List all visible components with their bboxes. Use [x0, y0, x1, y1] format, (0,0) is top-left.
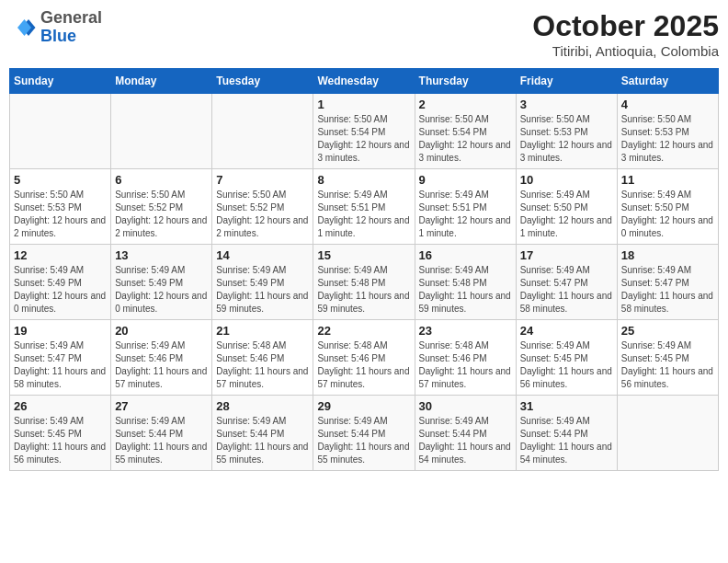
calendar-cell: 12Sunrise: 5:49 AM Sunset: 5:49 PM Dayli…	[10, 245, 111, 320]
cell-sun-info: Sunrise: 5:49 AM Sunset: 5:44 PM Dayligh…	[216, 415, 309, 466]
day-number: 2	[419, 98, 512, 111]
cell-sun-info: Sunrise: 5:49 AM Sunset: 5:47 PM Dayligh…	[14, 339, 107, 391]
calendar-cell: 19Sunrise: 5:49 AM Sunset: 5:47 PM Dayli…	[10, 320, 111, 396]
day-number: 12	[14, 248, 107, 262]
calendar-cell: 26Sunrise: 5:49 AM Sunset: 5:45 PM Dayli…	[10, 396, 111, 471]
calendar-cell: 2Sunrise: 5:50 AM Sunset: 5:54 PM Daylig…	[415, 94, 516, 169]
cell-sun-info: Sunrise: 5:49 AM Sunset: 5:47 PM Dayligh…	[621, 264, 714, 316]
cell-sun-info: Sunrise: 5:49 AM Sunset: 5:45 PM Dayligh…	[621, 339, 714, 391]
calendar-cell: 14Sunrise: 5:49 AM Sunset: 5:49 PM Dayli…	[212, 245, 313, 320]
calendar-week-5: 26Sunrise: 5:49 AM Sunset: 5:45 PM Dayli…	[10, 396, 719, 471]
logo-general-text: General	[40, 9, 102, 28]
day-number: 25	[621, 324, 714, 338]
cell-sun-info: Sunrise: 5:50 AM Sunset: 5:53 PM Dayligh…	[520, 113, 613, 165]
day-number: 18	[621, 248, 714, 262]
cell-sun-info: Sunrise: 5:48 AM Sunset: 5:46 PM Dayligh…	[317, 339, 410, 391]
calendar-cell: 29Sunrise: 5:49 AM Sunset: 5:44 PM Dayli…	[313, 396, 415, 471]
header-thursday: Thursday	[415, 69, 516, 94]
day-number: 27	[115, 399, 208, 413]
cell-sun-info: Sunrise: 5:49 AM Sunset: 5:47 PM Dayligh…	[520, 264, 613, 316]
calendar-cell: 1Sunrise: 5:50 AM Sunset: 5:54 PM Daylig…	[313, 94, 415, 169]
calendar-week-1: 1Sunrise: 5:50 AM Sunset: 5:54 PM Daylig…	[10, 94, 719, 169]
cell-sun-info: Sunrise: 5:49 AM Sunset: 5:45 PM Dayligh…	[520, 339, 613, 391]
cell-sun-info: Sunrise: 5:49 AM Sunset: 5:48 PM Dayligh…	[419, 264, 512, 316]
cell-sun-info: Sunrise: 5:48 AM Sunset: 5:46 PM Dayligh…	[216, 339, 309, 391]
calendar-cell: 21Sunrise: 5:48 AM Sunset: 5:46 PM Dayli…	[212, 320, 313, 396]
day-number: 22	[317, 324, 410, 338]
calendar-cell: 13Sunrise: 5:49 AM Sunset: 5:49 PM Dayli…	[111, 245, 212, 320]
day-number: 31	[520, 399, 613, 413]
cell-sun-info: Sunrise: 5:49 AM Sunset: 5:44 PM Dayligh…	[520, 415, 613, 466]
day-number: 26	[14, 399, 107, 413]
day-number: 13	[115, 248, 208, 262]
calendar-cell: 25Sunrise: 5:49 AM Sunset: 5:45 PM Dayli…	[617, 320, 718, 396]
calendar-cell	[617, 396, 718, 471]
calendar-week-2: 5Sunrise: 5:50 AM Sunset: 5:53 PM Daylig…	[10, 169, 719, 245]
day-number: 1	[317, 98, 410, 111]
cell-sun-info: Sunrise: 5:48 AM Sunset: 5:46 PM Dayligh…	[419, 339, 512, 391]
day-number: 20	[115, 324, 208, 338]
logo-icon	[9, 14, 37, 41]
location-subtitle: Titiribi, Antioquia, Colombia	[532, 43, 719, 59]
calendar-cell: 22Sunrise: 5:48 AM Sunset: 5:46 PM Dayli…	[313, 320, 415, 396]
cell-sun-info: Sunrise: 5:49 AM Sunset: 5:49 PM Dayligh…	[115, 264, 208, 316]
calendar-cell: 3Sunrise: 5:50 AM Sunset: 5:53 PM Daylig…	[516, 94, 617, 169]
day-number: 19	[14, 324, 107, 338]
day-number: 17	[520, 248, 613, 262]
calendar-cell: 27Sunrise: 5:49 AM Sunset: 5:44 PM Dayli…	[111, 396, 212, 471]
cell-sun-info: Sunrise: 5:50 AM Sunset: 5:52 PM Dayligh…	[115, 189, 208, 240]
calendar-cell: 4Sunrise: 5:50 AM Sunset: 5:53 PM Daylig…	[617, 94, 718, 169]
cell-sun-info: Sunrise: 5:49 AM Sunset: 5:50 PM Dayligh…	[520, 189, 613, 240]
day-number: 16	[419, 248, 512, 262]
day-number: 29	[317, 399, 410, 413]
calendar-cell: 30Sunrise: 5:49 AM Sunset: 5:44 PM Dayli…	[415, 396, 516, 471]
calendar-cell: 5Sunrise: 5:50 AM Sunset: 5:53 PM Daylig…	[10, 169, 111, 245]
calendar-week-4: 19Sunrise: 5:49 AM Sunset: 5:47 PM Dayli…	[10, 320, 719, 396]
day-number: 7	[216, 173, 309, 187]
cell-sun-info: Sunrise: 5:49 AM Sunset: 5:50 PM Dayligh…	[621, 189, 714, 240]
calendar-cell: 15Sunrise: 5:49 AM Sunset: 5:48 PM Dayli…	[313, 245, 415, 320]
logo-blue-text: Blue	[40, 28, 102, 46]
day-number: 9	[419, 173, 512, 187]
header-sunday: Sunday	[10, 69, 111, 94]
calendar-cell	[111, 94, 212, 169]
cell-sun-info: Sunrise: 5:50 AM Sunset: 5:54 PM Dayligh…	[317, 113, 410, 165]
header-friday: Friday	[516, 69, 617, 94]
calendar-cell: 24Sunrise: 5:49 AM Sunset: 5:45 PM Dayli…	[516, 320, 617, 396]
cell-sun-info: Sunrise: 5:50 AM Sunset: 5:53 PM Dayligh…	[14, 189, 107, 240]
title-block: October 2025 Titiribi, Antioquia, Colomb…	[532, 9, 719, 59]
calendar-cell	[10, 94, 111, 169]
cell-sun-info: Sunrise: 5:50 AM Sunset: 5:54 PM Dayligh…	[419, 113, 512, 165]
day-number: 10	[520, 173, 613, 187]
calendar-cell	[212, 94, 313, 169]
cell-sun-info: Sunrise: 5:49 AM Sunset: 5:44 PM Dayligh…	[317, 415, 410, 466]
header-monday: Monday	[111, 69, 212, 94]
day-number: 30	[419, 399, 512, 413]
day-number: 23	[419, 324, 512, 338]
header-wednesday: Wednesday	[313, 69, 415, 94]
calendar-cell: 9Sunrise: 5:49 AM Sunset: 5:51 PM Daylig…	[415, 169, 516, 245]
cell-sun-info: Sunrise: 5:49 AM Sunset: 5:45 PM Dayligh…	[14, 415, 107, 466]
cell-sun-info: Sunrise: 5:49 AM Sunset: 5:46 PM Dayligh…	[115, 339, 208, 391]
calendar-table: SundayMondayTuesdayWednesdayThursdayFrid…	[9, 68, 719, 471]
day-number: 4	[621, 98, 714, 111]
cell-sun-info: Sunrise: 5:49 AM Sunset: 5:49 PM Dayligh…	[14, 264, 107, 316]
page-header: General Blue October 2025 Titiribi, Anti…	[9, 9, 719, 59]
calendar-cell: 7Sunrise: 5:50 AM Sunset: 5:52 PM Daylig…	[212, 169, 313, 245]
cell-sun-info: Sunrise: 5:50 AM Sunset: 5:53 PM Dayligh…	[621, 113, 714, 165]
calendar-cell: 20Sunrise: 5:49 AM Sunset: 5:46 PM Dayli…	[111, 320, 212, 396]
calendar-cell: 16Sunrise: 5:49 AM Sunset: 5:48 PM Dayli…	[415, 245, 516, 320]
calendar-cell: 17Sunrise: 5:49 AM Sunset: 5:47 PM Dayli…	[516, 245, 617, 320]
day-number: 15	[317, 248, 410, 262]
cell-sun-info: Sunrise: 5:50 AM Sunset: 5:52 PM Dayligh…	[216, 189, 309, 240]
calendar-cell: 31Sunrise: 5:49 AM Sunset: 5:44 PM Dayli…	[516, 396, 617, 471]
day-number: 14	[216, 248, 309, 262]
day-number: 3	[520, 98, 613, 111]
day-number: 8	[317, 173, 410, 187]
day-number: 24	[520, 324, 613, 338]
day-number: 6	[115, 173, 208, 187]
day-number: 5	[14, 173, 107, 187]
day-number: 28	[216, 399, 309, 413]
day-number: 21	[216, 324, 309, 338]
cell-sun-info: Sunrise: 5:49 AM Sunset: 5:44 PM Dayligh…	[419, 415, 512, 466]
